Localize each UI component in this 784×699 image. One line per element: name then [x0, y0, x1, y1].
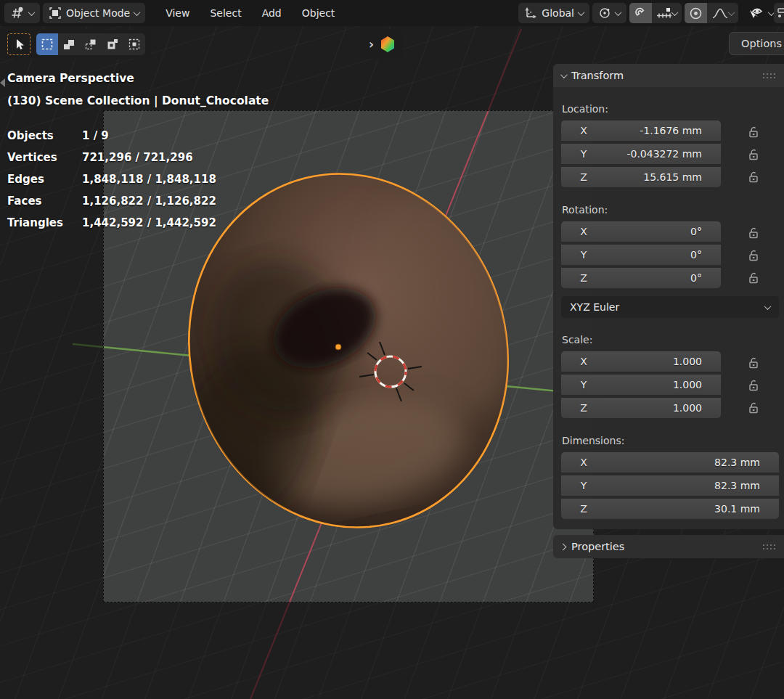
- panel-drag-grip-icon[interactable]: [762, 73, 777, 79]
- transform-orientation-selector[interactable]: Global: [518, 3, 589, 23]
- orientation-axes-icon: [524, 7, 537, 20]
- panel-drag-grip-icon[interactable]: [762, 544, 777, 550]
- view-name-label: Camera Perspective: [7, 72, 134, 85]
- chevron-down-icon: [671, 9, 679, 16]
- snap-increment-icon: [656, 7, 672, 20]
- chevron-down-icon: [615, 9, 622, 16]
- menu-select[interactable]: Select: [201, 4, 250, 22]
- select-mode-invert-button[interactable]: [102, 33, 123, 55]
- cursor-arrow-icon: [12, 37, 26, 52]
- lock-icon[interactable]: [746, 396, 760, 419]
- lock-icon[interactable]: [746, 266, 760, 289]
- select-invert-icon: [106, 38, 119, 51]
- menu-view[interactable]: View: [157, 4, 198, 22]
- scale-x-field[interactable]: X 1.000: [561, 351, 721, 372]
- select-extend-icon: [62, 38, 75, 51]
- location-y-field[interactable]: Y -0.043272 mm: [561, 144, 721, 164]
- dimensions-x-field[interactable]: X 82.3 mm: [561, 452, 779, 473]
- location-z-field[interactable]: Z 15.615 mm: [561, 167, 721, 187]
- transform-panel-header[interactable]: Transform: [553, 64, 784, 87]
- stat-edges: Edges 1,848,118 / 1,848,118: [7, 168, 216, 190]
- snap-toggle[interactable]: [629, 3, 652, 23]
- select-mode-group: [36, 33, 145, 55]
- lock-icon[interactable]: [746, 165, 760, 188]
- stat-faces: Faces 1,126,822 / 1,126,822: [7, 190, 216, 212]
- snap-group: [629, 3, 682, 23]
- mode-label: Object Mode: [66, 7, 130, 19]
- chevron-down-icon: [134, 9, 141, 16]
- scale-fields: X 1.000 Y 1.000 Z 1.000: [561, 351, 721, 419]
- tool-settings-bubble: [0, 30, 151, 59]
- properties-panel-title: Properties: [571, 541, 762, 552]
- chevron-down-icon: [764, 303, 772, 310]
- transform-panel-title: Transform: [571, 70, 762, 81]
- statistics-overlay: Objects 1 / 9 Vertices 721,296 / 721,296…: [7, 125, 216, 234]
- rotation-label: Rotation:: [562, 204, 779, 216]
- dimensions-fields: X 82.3 mm Y 82.3 mm Z 30.1 mm: [561, 452, 779, 519]
- lock-icon[interactable]: [746, 221, 760, 244]
- viewport-editor-icon: [10, 7, 25, 20]
- location-label: Location:: [562, 103, 779, 115]
- stat-objects: Objects 1 / 9: [7, 125, 216, 147]
- object-mode-icon: [49, 7, 62, 20]
- select-set-icon: [41, 38, 54, 51]
- mode-selector[interactable]: Object Mode: [43, 3, 145, 23]
- blender-window: Camera Perspective (130) Scene Collectio…: [0, 0, 784, 699]
- select-mode-intersect-button[interactable]: [123, 33, 145, 55]
- chevron-down-icon: [560, 71, 568, 78]
- overlays-selector-clipped[interactable]: [774, 3, 784, 23]
- chevron-down-icon: [578, 9, 585, 16]
- rotation-y-field[interactable]: Y 0°: [561, 245, 721, 265]
- mesh-data-icon[interactable]: [380, 36, 396, 53]
- dimensions-label: Dimensions:: [562, 435, 779, 446]
- stat-vertices: Vertices 721,296 / 721,296: [7, 147, 216, 168]
- falloff-curve-icon: [711, 7, 729, 20]
- scale-z-field[interactable]: Z 1.000: [561, 398, 721, 418]
- rotation-z-field[interactable]: Z 0°: [561, 268, 721, 288]
- select-intersect-icon: [128, 38, 141, 51]
- options-button[interactable]: Options: [729, 32, 784, 55]
- proportional-circle-icon: [689, 7, 703, 20]
- menu-add[interactable]: Add: [253, 4, 290, 22]
- select-mode-subtract-button[interactable]: [80, 33, 102, 55]
- lock-icon[interactable]: [746, 351, 760, 374]
- magnet-icon: [634, 7, 648, 20]
- lock-icon[interactable]: [746, 244, 760, 266]
- breadcrumb-expand-chevron[interactable]: ›: [369, 37, 374, 52]
- overlay-icon: [777, 7, 784, 19]
- gizmo-eye-icon: [747, 6, 764, 20]
- dimensions-z-field[interactable]: Z 30.1 mm: [561, 499, 779, 519]
- active-object-breadcrumb: (130) Scene Collection | Donut_Chocolate: [7, 94, 269, 107]
- region-collapse-arrow-icon[interactable]: [0, 78, 5, 87]
- select-subtract-icon: [84, 38, 97, 51]
- chevron-right-icon: [560, 543, 567, 550]
- dimensions-y-field[interactable]: Y 82.3 mm: [561, 475, 779, 496]
- lock-icon[interactable]: [746, 143, 760, 165]
- properties-panel-header[interactable]: Properties: [553, 535, 784, 558]
- proportional-editing-group: [685, 3, 738, 23]
- transform-panel: Transform Location: X -1.1676 mm: [553, 64, 784, 529]
- proportional-falloff-selector[interactable]: [707, 3, 738, 23]
- lock-icon[interactable]: [746, 120, 760, 143]
- location-fields: X -1.1676 mm Y -0.043272 mm Z 15.615 mm: [561, 120, 721, 188]
- rotation-x-field[interactable]: X 0°: [561, 221, 721, 242]
- object-origin-dot: [335, 344, 341, 350]
- select-mode-set-button[interactable]: [36, 33, 58, 55]
- snap-with-selector[interactable]: [652, 3, 682, 23]
- scale-label: Scale:: [562, 334, 779, 346]
- editor-type-selector[interactable]: [4, 3, 40, 23]
- location-locks: [746, 120, 760, 188]
- select-mode-extend-button[interactable]: [58, 33, 80, 55]
- pivot-point-selector[interactable]: [592, 3, 626, 23]
- menu-object[interactable]: Object: [293, 4, 344, 22]
- location-x-field[interactable]: X -1.1676 mm: [561, 120, 721, 141]
- breadcrumb-bubble: ›: [362, 30, 403, 59]
- orientation-label: Global: [542, 7, 574, 19]
- rotation-mode-dropdown[interactable]: XYZ Euler: [561, 296, 779, 318]
- proportional-editing-toggle[interactable]: [685, 3, 707, 23]
- lock-icon[interactable]: [746, 374, 760, 396]
- tweak-tool-button[interactable]: [7, 33, 30, 55]
- rotation-locks: [746, 221, 760, 289]
- scale-y-field[interactable]: Y 1.000: [561, 375, 721, 395]
- header-bar: Object Mode View Select Add Object Globa…: [0, 0, 784, 26]
